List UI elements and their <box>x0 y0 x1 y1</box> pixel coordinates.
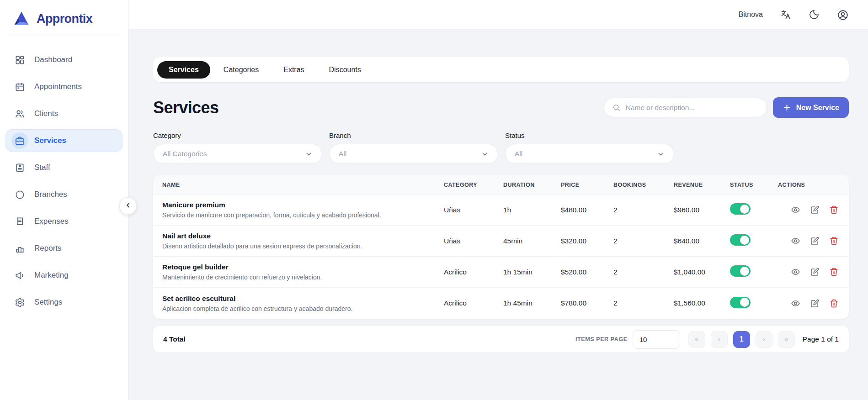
sidebar-collapse-button[interactable] <box>119 197 137 215</box>
chevron-down-icon <box>481 150 489 158</box>
tab-categories[interactable]: Categories <box>212 61 270 79</box>
column-header-duration: DURATION <box>503 182 561 188</box>
gear-icon <box>11 294 28 311</box>
sidebar-item-branches[interactable]: Branches <box>5 183 122 206</box>
table-row: Set acrilico esculturalAplicacion comple… <box>153 288 849 319</box>
bar-chart-icon <box>11 240 28 257</box>
sidebar-item-appointments[interactable]: Appointments <box>5 75 122 98</box>
column-header-status: STATUS <box>730 182 778 188</box>
service-name: Nail art deluxe <box>162 232 444 240</box>
table-body: Manicure premiumServicio de manicure con… <box>153 195 849 319</box>
service-description: Mantenimiento de crecimiento con refuerz… <box>162 274 444 281</box>
edit-icon <box>810 236 820 246</box>
sidebar-item-expenses[interactable]: Expenses <box>5 210 122 233</box>
new-service-label: New Service <box>796 104 839 112</box>
tab-services[interactable]: Services <box>157 61 210 79</box>
megaphone-icon <box>11 267 28 284</box>
brand: Approntix <box>0 0 128 36</box>
sidebar-item-staff[interactable]: Staff <box>5 156 122 179</box>
page-title: Services <box>153 98 218 117</box>
user-circle-icon[interactable] <box>837 9 848 20</box>
sidebar-item-label: Reports <box>34 244 62 253</box>
column-header-revenue: REVENUE <box>674 182 730 188</box>
filter-branch: BranchAll <box>329 132 498 164</box>
filter-select-branch[interactable]: All <box>329 144 498 164</box>
last-page-button[interactable]: » <box>778 331 795 348</box>
view-button[interactable] <box>791 299 800 308</box>
view-button[interactable] <box>791 205 800 215</box>
delete-button[interactable] <box>829 267 839 277</box>
trash-icon <box>829 267 839 277</box>
brand-name: Approntix <box>37 12 92 26</box>
moon-icon[interactable] <box>809 9 820 20</box>
page-info: Page 1 of 1 <box>803 335 839 343</box>
items-per-page-input[interactable] <box>633 330 680 349</box>
eye-icon <box>791 267 800 277</box>
toggle-knob <box>740 236 749 245</box>
duration-cell: 1h 15min <box>503 268 561 276</box>
sidebar-item-clients[interactable]: Clients <box>5 102 122 125</box>
translate-icon[interactable] <box>780 9 791 20</box>
sidebar-item-services[interactable]: Services <box>5 129 122 152</box>
filter-select-category[interactable]: All Categories <box>153 144 322 164</box>
status-toggle[interactable] <box>730 203 751 215</box>
duration-cell: 1h 45min <box>503 299 561 307</box>
status-toggle[interactable] <box>730 265 751 277</box>
sidebar-item-reports[interactable]: Reports <box>5 237 122 260</box>
filter-select-status[interactable]: All <box>505 144 674 164</box>
edit-button[interactable] <box>810 236 820 246</box>
new-service-button[interactable]: New Service <box>773 97 849 118</box>
toggle-knob <box>740 205 749 214</box>
main-area: Bitnova ServicesCategoriesExtrasDiscount… <box>128 0 868 400</box>
edit-button[interactable] <box>810 205 820 215</box>
filter-label: Branch <box>329 132 498 139</box>
sidebar-item-marketing[interactable]: Marketing <box>5 264 122 287</box>
revenue-cell: $1,040.00 <box>674 268 730 276</box>
edit-button[interactable] <box>810 299 820 308</box>
view-button[interactable] <box>791 267 800 277</box>
dashboard-icon <box>11 52 28 68</box>
category-cell: Acrilico <box>444 268 503 276</box>
service-name-cell: Set acrilico esculturalAplicacion comple… <box>153 295 444 312</box>
edit-icon <box>810 267 820 277</box>
page-button-1[interactable]: 1 <box>733 331 750 348</box>
delete-button[interactable] <box>829 299 839 308</box>
chevron-down-icon <box>305 150 313 158</box>
prev-page-button[interactable]: ‹ <box>711 331 728 348</box>
first-page-button[interactable]: « <box>688 331 705 348</box>
sidebar-item-settings[interactable]: Settings <box>5 291 122 314</box>
pager: ITEMS PER PAGE « ‹ 1 › » Page 1 of 1 <box>575 330 839 349</box>
status-toggle[interactable] <box>730 297 751 308</box>
triangle-logo-icon <box>12 10 31 28</box>
revenue-cell: $1,560.00 <box>674 299 730 307</box>
table-row: Manicure premiumServicio de manicure con… <box>153 195 849 226</box>
bookings-cell: 2 <box>613 268 674 276</box>
price-cell: $480.00 <box>561 206 613 214</box>
sidebar-item-label: Settings <box>34 298 62 307</box>
next-page-button[interactable]: › <box>756 331 772 348</box>
chevron-left-icon <box>124 201 132 211</box>
status-toggle[interactable] <box>730 234 751 246</box>
service-description: Aplicacion completa de acrilico con estr… <box>162 305 444 312</box>
price-cell: $520.00 <box>561 268 613 276</box>
view-button[interactable] <box>791 236 800 246</box>
tab-extras[interactable]: Extras <box>272 61 315 79</box>
title-actions: New Service <box>604 97 849 118</box>
service-name-cell: Retoque gel builderMantenimiento de crec… <box>153 263 444 281</box>
status-cell <box>730 234 778 247</box>
delete-button[interactable] <box>829 236 839 246</box>
category-cell: Uñas <box>444 237 503 245</box>
category-cell: Acrilico <box>444 299 503 307</box>
search-input[interactable] <box>626 104 759 112</box>
sidebar-item-dashboard[interactable]: Dashboard <box>5 48 122 71</box>
edit-button[interactable] <box>810 267 820 277</box>
sidebar: Approntix DashboardAppointmentsClientsSe… <box>0 0 128 400</box>
tab-discounts[interactable]: Discounts <box>318 61 373 79</box>
search-box[interactable] <box>604 98 767 117</box>
filter-label: Category <box>153 132 322 139</box>
calendar-icon <box>11 79 28 95</box>
chevron-down-icon <box>657 150 665 158</box>
duration-cell: 1h <box>503 206 561 214</box>
service-description: Servicio de manicure con preparacion, fo… <box>162 211 444 219</box>
delete-button[interactable] <box>829 205 839 215</box>
